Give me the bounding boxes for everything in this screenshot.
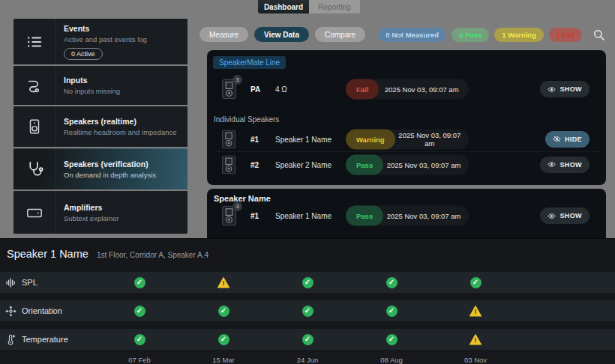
status-pill: Warning (346, 129, 395, 149)
row-name: Speaker 1 Name (275, 212, 332, 220)
status-pill: Pass (346, 206, 383, 226)
timestamp: 2025 Nov 03, 09:07 am (383, 212, 469, 220)
sidebar-item-title: Speakers (verification) (64, 160, 156, 169)
date-label: 24 Jun (297, 356, 319, 364)
badge-warning[interactable]: 1 Warning (494, 28, 544, 42)
status-cell (134, 306, 146, 317)
row-id: #1 (250, 135, 259, 143)
sidebar-item-subtitle: On demand in depth analysis (64, 171, 156, 179)
badge-not-measured[interactable]: 0 Not Measured (378, 28, 446, 42)
orientation-icon (5, 306, 16, 317)
speaker-row[interactable]: 3 #1 Speaker 1 Name Pass 2025 Nov 03, 09… (213, 201, 600, 231)
sidebar-item-title: Inputs (64, 76, 120, 85)
sidebar-item-speakers-verification[interactable]: Speakers (verification) On demand in dep… (14, 148, 188, 189)
sidebar-item-subtitle: Active and past events log (64, 35, 147, 43)
status-cell (470, 277, 482, 288)
metric-label: Orientation (22, 306, 62, 315)
metric-row-temperature: Temperature (0, 329, 615, 350)
show-button[interactable]: SHOW (540, 207, 590, 224)
speaker-detail-overlay: Speaker 1 Name 1st Floor, Corridor A, Sp… (0, 238, 615, 364)
waveform-icon (5, 277, 16, 288)
sidebar-item-inputs[interactable]: Inputs No inputs missing (14, 66, 188, 105)
sidebar-item-title: Amplifiers (64, 203, 118, 212)
row-id: #2 (250, 160, 259, 169)
cable-icon (14, 66, 56, 105)
row-id: #1 (250, 212, 259, 220)
top-tab-bar: Dashboard Reporting (258, 0, 360, 13)
speaker-row-1[interactable]: #1 Speaker 1 Name Warning 2025 Nov 03, 0… (213, 127, 600, 151)
status-cell (134, 277, 146, 288)
sidebar-item-events[interactable]: Events Active and past events log 0 Acti… (14, 19, 188, 64)
speakermate-line-tag: SpeakerMate Line (213, 56, 286, 69)
speaker-row-2[interactable]: #2 Speaker 2 Name Pass 2025 Nov 03, 09:0… (213, 151, 600, 177)
status-cell (470, 334, 482, 345)
status-cell (302, 334, 314, 345)
status-cell (470, 306, 482, 317)
sidebar-item-subtitle: Subtext explainer (64, 214, 118, 222)
eye-icon (548, 85, 556, 94)
show-button[interactable]: SHOW (540, 81, 590, 97)
tab-dashboard[interactable]: Dashboard (258, 0, 309, 13)
pa-line-row[interactable]: 3 PA 4 Ω Fail 2025 Nov 03, 09:07 am SHOW (213, 74, 600, 104)
row-impedance: 4 Ω (275, 85, 287, 94)
speaker-count-badge: 3 (232, 201, 242, 211)
date-label: 03 Nov (464, 356, 487, 364)
metric-label: SPL (22, 278, 38, 287)
status-cell (218, 277, 230, 288)
list-icon (14, 19, 56, 64)
speaker-cabinet-icon (222, 130, 236, 148)
sidebar-item-speakers-realtime[interactable]: Speakers (realtime) Realtime headroom an… (14, 106, 188, 147)
eye-off-icon (553, 135, 561, 143)
status-cell (134, 334, 146, 345)
stethoscope-icon (14, 148, 56, 189)
timestamp: 2025 Nov 03, 09:07 am (379, 85, 469, 94)
events-active-badge: 0 Active (64, 48, 103, 60)
show-button[interactable]: SHOW (540, 157, 590, 173)
status-cell (386, 277, 398, 288)
view-mode-buttons: Measure View Data Compare (200, 27, 365, 42)
eye-icon (548, 212, 556, 220)
speaker-icon (14, 106, 56, 147)
sidebar-item-title: Events (64, 24, 147, 33)
sidebar-item-title: Speakers (realtime) (64, 117, 177, 126)
detail-subtitle: 1st Floor, Corridor A, Speaker A.4 (97, 251, 208, 259)
status-cell (302, 306, 314, 317)
row-id: PA (250, 85, 260, 94)
status-cell (218, 334, 230, 345)
eye-icon (548, 160, 556, 169)
status-timestamp-group: Pass 2025 Nov 03, 09:07 am (346, 154, 469, 175)
timestamp: 2025 Nov 03, 09:07 am (395, 131, 469, 148)
speaker-name-panel: Speaker Name 3 #1 Speaker 1 Name Pass 20… (207, 189, 606, 238)
status-timestamp-group: Warning 2025 Nov 03, 09:07 am (346, 129, 469, 149)
sidebar-item-amplifiers[interactable]: Amplifiers Subtext explainer (14, 191, 188, 234)
view-data-button[interactable]: View Data (254, 27, 309, 42)
tab-reporting[interactable]: Reporting (309, 0, 360, 13)
status-cell (386, 306, 398, 317)
sidebar-item-subtitle: No inputs missing (64, 87, 120, 95)
metric-row-orientation: Orientation (0, 300, 615, 321)
status-pill: Fail (346, 79, 379, 100)
temperature-icon (5, 334, 16, 345)
status-pill: Pass (346, 154, 383, 175)
sidebar-item-subtitle: Realtime headroom and impedance (64, 128, 177, 136)
timestamp: 2025 Nov 03, 09:07 am (383, 160, 469, 169)
badge-fail[interactable]: 1 Fail (549, 28, 582, 42)
date-label: 08 Aug (380, 356, 403, 364)
speaker-count-badge: 3 (232, 75, 242, 85)
date-label: 07 Feb (128, 356, 151, 364)
date-label: 15 Mar (212, 356, 235, 364)
status-count-badges: 0 Not Measured 4 Pass 1 Warning 1 Fail (378, 28, 582, 42)
individual-speakers-label: Individual Speakers (214, 115, 279, 124)
status-timestamp-group: Pass 2025 Nov 03, 09:07 am (346, 206, 469, 226)
amplifier-icon (14, 191, 56, 234)
metric-row-spl: SPL (0, 272, 615, 293)
date-axis-row: 07 Feb 15 Mar 24 Jun 08 Aug 03 Nov (0, 351, 615, 364)
badge-pass[interactable]: 4 Pass (452, 28, 489, 42)
hide-button[interactable]: HIDE (545, 131, 590, 148)
compare-button[interactable]: Compare (315, 27, 365, 42)
row-name: Speaker 2 Name (275, 160, 332, 169)
search-icon[interactable] (591, 27, 606, 42)
status-cell (218, 306, 230, 317)
status-cell (302, 277, 314, 288)
measure-button[interactable]: Measure (200, 27, 248, 42)
